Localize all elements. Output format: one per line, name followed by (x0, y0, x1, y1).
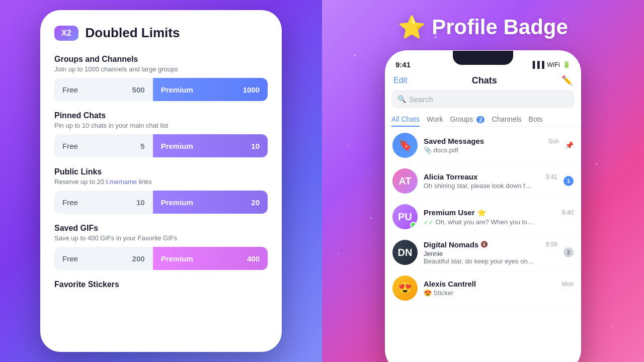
feature-gifs: Saved GIFs Save up to 400 GIFs in your F… (54, 224, 268, 270)
chat-item-premium[interactable]: PU Premium User ⭐ 9:40 ✓✓ Oh, what you a… (385, 199, 581, 235)
chat-content-alexis: Alexis Cantrell Mon 😍 Sticker (424, 280, 574, 297)
chat-top-digital: Digital Nomads 🔇 8:59 (424, 240, 557, 249)
right-panel: ⭐ Profile Badge 9:41 ▐▐▐ WiFi 🔋 Edit Cha… (322, 0, 644, 362)
feature-pinned: Pinned Chats Pin up to 10 chats in your … (54, 111, 268, 157)
phone-left: X2 Doubled Limits Groups and Channels Jo… (40, 10, 282, 352)
chat-time-alicia: 9:41 (546, 173, 557, 180)
chat-preview-digital-2: Beautiful star, do keep your eyes on me! (424, 257, 534, 265)
feature-desc-gifs: Save up to 400 GIFs in your Favorite GIF… (54, 234, 268, 242)
wifi-icon: WiFi (547, 61, 560, 68)
search-icon: 🔍 (397, 95, 406, 103)
chat-preview-premium: ✓✓ Oh, what you are? When you look down … (424, 218, 534, 226)
limit-free-pinned: Free 5 (54, 134, 153, 157)
star-icon: ⭐ (398, 14, 426, 40)
feature-links: Public Links Reserve up to 20 t.me/name … (54, 167, 268, 214)
chat-top-alexis: Alexis Cantrell Mon (424, 280, 574, 288)
chat-name-alexis: Alexis Cantrell (424, 280, 476, 288)
chat-time-digital: 8:59 (546, 241, 557, 248)
feature-desc-links: Reserve up to 20 t.me/name links (54, 178, 268, 186)
limit-bar-gifs: Free 200 Premium 400 (54, 247, 268, 270)
profile-badge-title: Profile Badge (432, 15, 568, 39)
feature-stickers: Favorite Stickers (54, 280, 268, 289)
phone-header: X2 Doubled Limits (54, 25, 268, 41)
feature-title-gifs: Saved GIFs (54, 224, 268, 233)
chat-name-premium: Premium User ⭐ (424, 208, 487, 217)
feature-title-pinned: Pinned Chats (54, 111, 268, 120)
chat-content-digital: Digital Nomads 🔇 8:59 Jennie Beautiful s… (424, 240, 557, 265)
chat-preview-digital-1: Jennie (424, 250, 534, 257)
chat-preview-saved: 📎 docs.pdf (424, 146, 534, 154)
chat-time-saved: Sun (548, 138, 559, 145)
tab-all-chats[interactable]: All Chats (391, 112, 420, 126)
bookmark-icon: 🔖 (398, 139, 412, 152)
nav-bar: Edit Chats ✏️ (385, 73, 581, 90)
left-panel: X2 Doubled Limits Groups and Channels Jo… (0, 0, 322, 362)
chat-list: 🔖 Saved Messages Sun 📎 docs.pdf 📌 AT (385, 128, 581, 306)
tme-link[interactable]: t.me/name (106, 178, 137, 186)
chat-preview-alicia: Oh shining star, please look down for me… (424, 182, 534, 190)
limit-free-groups: Free 500 (54, 78, 153, 101)
avatar-alexis: 😍 (392, 276, 418, 301)
search-placeholder: Search (409, 95, 433, 104)
chat-item-digital[interactable]: DN Digital Nomads 🔇 8:59 Jennie Beautifu… (385, 235, 581, 270)
filter-tabs: All Chats Work Groups 2 Channels Bots (385, 112, 581, 127)
status-icons: ▐▐▐ WiFi 🔋 (530, 61, 571, 68)
chat-top-alicia: Alicia Torreaux 9:41 (424, 172, 557, 181)
limit-premium-groups: Premium 1000 (153, 78, 268, 101)
premium-star-icon: ⭐ (477, 208, 487, 217)
chat-item-saved[interactable]: 🔖 Saved Messages Sun 📎 docs.pdf 📌 (385, 128, 581, 163)
avatar-saved: 🔖 (392, 133, 418, 158)
tab-groups[interactable]: Groups 2 (450, 112, 485, 126)
tab-channels[interactable]: Channels (492, 112, 521, 126)
avatar-premium: PU (392, 204, 418, 229)
avatar-digital: DN (392, 240, 418, 265)
compose-icon[interactable]: ✏️ (561, 75, 573, 86)
unread-badge-alicia: 1 (564, 176, 574, 186)
limit-free-links: Free 10 (54, 191, 153, 214)
limit-bar-pinned: Free 5 Premium 10 (54, 134, 268, 157)
chat-item-alexis[interactable]: 😍 Alexis Cantrell Mon 😍 Sticker (385, 270, 581, 306)
phone-notch (453, 51, 513, 65)
battery-icon: 🔋 (562, 61, 571, 68)
tab-work[interactable]: Work (427, 112, 443, 126)
chat-top-saved: Saved Messages Sun (424, 137, 559, 145)
chat-item-alicia[interactable]: AT Alicia Torreaux 9:41 Oh shining star,… (385, 163, 581, 199)
feature-desc-pinned: Pin up to 10 chats in your main chat lis… (54, 122, 268, 129)
status-time: 9:41 (395, 60, 411, 69)
tab-bots[interactable]: Bots (529, 112, 543, 126)
feature-title-links: Public Links (54, 167, 268, 176)
chat-name-alicia: Alicia Torreaux (424, 172, 477, 181)
chat-name-digital: Digital Nomads 🔇 (424, 240, 488, 249)
chat-preview-alexis: 😍 Sticker (424, 289, 534, 297)
limit-bar-groups: Free 500 Premium 1000 (54, 78, 268, 101)
search-bar[interactable]: 🔍 Search (391, 90, 575, 108)
feature-desc-groups: Join up to 1000 channels and large group… (54, 65, 268, 73)
profile-badge-header: ⭐ Profile Badge (398, 14, 568, 40)
chat-name-saved: Saved Messages (424, 137, 484, 145)
double-check-icon: ✓✓ (424, 219, 434, 226)
pin-icon-saved: 📌 (565, 141, 574, 149)
limit-premium-links: Premium 20 (153, 191, 268, 214)
limit-premium-pinned: Premium 10 (153, 134, 268, 157)
chat-top-premium: Premium User ⭐ 9:40 (424, 208, 574, 217)
limit-free-gifs: Free 200 (54, 247, 153, 270)
feature-title-groups: Groups and Channels (54, 55, 268, 64)
mute-icon-digital: 🔇 (480, 241, 488, 248)
nav-title: Chats (472, 75, 497, 86)
chat-content-saved: Saved Messages Sun 📎 docs.pdf (424, 137, 559, 154)
phone-right: 9:41 ▐▐▐ WiFi 🔋 Edit Chats ✏️ 🔍 Search A… (385, 50, 581, 362)
online-dot-premium (410, 222, 417, 228)
limit-premium-gifs: Premium 400 (153, 247, 268, 270)
chat-time-alexis: Mon (562, 281, 574, 288)
groups-badge: 2 (476, 116, 485, 123)
feature-title-stickers: Favorite Stickers (54, 280, 268, 289)
signal-icon: ▐▐▐ (530, 61, 544, 68)
limit-bar-links: Free 10 Premium 20 (54, 191, 268, 214)
x2-badge: X2 (54, 26, 78, 41)
doubled-limits-title: Doubled Limits (86, 25, 180, 41)
chat-content-premium: Premium User ⭐ 9:40 ✓✓ Oh, what you are?… (424, 208, 574, 226)
unread-badge-digital: 2 (564, 247, 574, 257)
nav-edit-button[interactable]: Edit (393, 76, 408, 85)
chat-content-alicia: Alicia Torreaux 9:41 Oh shining star, pl… (424, 172, 557, 190)
avatar-alicia: AT (392, 168, 418, 194)
